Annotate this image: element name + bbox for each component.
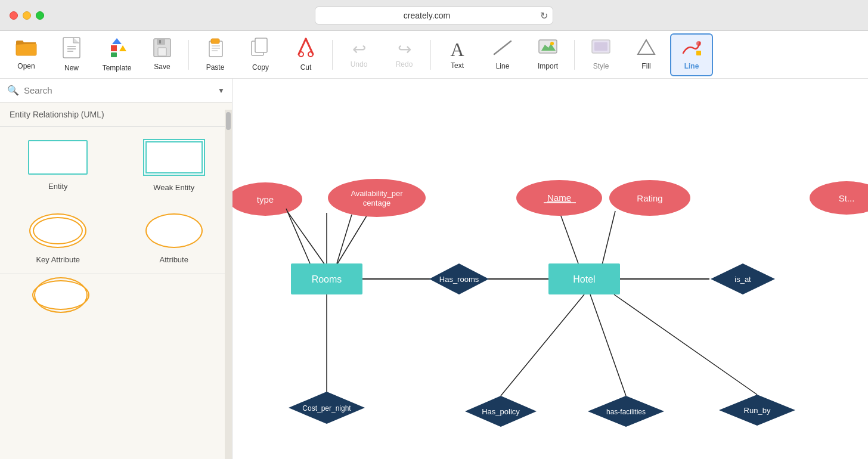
undo-icon: ↩ <box>352 41 366 58</box>
svg-line-39 <box>337 211 370 265</box>
svg-line-61 <box>286 209 310 263</box>
svg-line-38 <box>286 210 325 265</box>
svg-text:Name: Name <box>547 193 571 203</box>
import-button[interactable]: Import <box>526 33 569 76</box>
svg-text:Rooms: Rooms <box>312 274 342 284</box>
search-input[interactable] <box>24 85 213 95</box>
svg-rect-6 <box>111 45 117 51</box>
template-button[interactable]: Template <box>95 33 138 76</box>
svg-rect-0 <box>16 44 36 55</box>
svg-point-27 <box>550 42 554 45</box>
shape-grid: Entity Weak Entity Key Attribute <box>0 127 232 274</box>
template-label: Template <box>103 64 132 72</box>
svg-text:Has_rooms: Has_rooms <box>439 275 479 284</box>
svg-line-24 <box>494 41 511 54</box>
svg-line-45 <box>614 294 757 395</box>
style-button[interactable]: Style <box>579 33 622 76</box>
text-button[interactable]: A Text <box>436 33 479 76</box>
redo-button[interactable]: ↪ Redo <box>383 33 426 76</box>
category-label: Entity Relationship (UML) <box>0 103 232 127</box>
line-label: Line <box>496 62 510 70</box>
availability-attr <box>328 179 426 217</box>
paste-icon <box>206 38 225 61</box>
line-draw-icon <box>493 39 512 60</box>
key-attribute-shape <box>29 213 86 248</box>
line-active-button[interactable]: Line <box>670 33 713 76</box>
close-button[interactable] <box>10 11 18 20</box>
separator-1 <box>188 40 189 70</box>
save-icon <box>153 38 171 60</box>
cut-label: Cut <box>300 63 312 72</box>
line-button[interactable]: Line <box>481 33 524 76</box>
svg-line-44 <box>590 294 626 396</box>
svg-rect-32 <box>696 51 701 55</box>
weak-entity-label: Weak Entity <box>153 183 194 192</box>
key-attribute-shape-item[interactable]: Key Attribute <box>0 201 116 274</box>
svg-text:centage: centage <box>363 199 390 207</box>
diagram-svg: Rooms Hotel Has_rooms is_at Cost_per_nig… <box>232 79 868 459</box>
entity-label: Entity <box>48 182 68 191</box>
attribute-shape-item[interactable]: Attribute <box>116 201 232 274</box>
undo-button[interactable]: ↩ Undo <box>337 33 380 76</box>
entity-shape <box>28 140 88 175</box>
undo-label: Undo <box>351 60 368 69</box>
maximize-button[interactable] <box>36 11 44 20</box>
copy-icon <box>251 38 270 61</box>
svg-text:Rating: Rating <box>637 193 662 203</box>
text-icon: A <box>450 40 464 59</box>
attribute-label: Attribute <box>160 255 188 264</box>
redo-icon: ↪ <box>398 41 411 58</box>
svg-point-31 <box>696 41 701 46</box>
weak-entity-shape-item[interactable]: Weak Entity <box>116 127 232 201</box>
weak-entity-shape <box>143 139 205 176</box>
svg-text:Has_policy: Has_policy <box>482 407 520 416</box>
line-active-icon <box>682 39 701 60</box>
new-icon <box>63 37 80 61</box>
separator-4 <box>574 40 575 70</box>
import-label: Import <box>538 62 558 70</box>
scrollbar[interactable] <box>225 110 232 459</box>
save-label: Save <box>154 63 170 71</box>
multi-value-shape-item[interactable] <box>6 280 116 310</box>
separator-3 <box>430 40 431 70</box>
open-button[interactable]: Open <box>5 33 48 76</box>
style-icon <box>591 39 611 60</box>
copy-button[interactable]: Copy <box>239 33 282 76</box>
svg-text:is_at: is_at <box>734 275 751 284</box>
redo-label: Redo <box>396 60 413 69</box>
open-label: Open <box>17 62 35 70</box>
key-attribute-label: Key Attribute <box>36 255 80 264</box>
text-label: Text <box>451 61 464 70</box>
new-button[interactable]: New <box>50 33 93 76</box>
fill-icon <box>637 39 656 60</box>
svg-marker-7 <box>119 45 126 51</box>
multi-value-shape <box>32 280 89 310</box>
search-arrow-icon: ▼ <box>218 86 225 95</box>
cut-button[interactable]: Cut <box>284 33 327 76</box>
paste-button[interactable]: Paste <box>194 33 237 76</box>
svg-rect-1 <box>63 38 80 58</box>
svg-rect-12 <box>159 40 161 44</box>
svg-marker-5 <box>112 38 122 44</box>
refresh-icon[interactable]: ↻ <box>540 10 548 21</box>
svg-rect-14 <box>211 39 219 44</box>
svg-text:Run_by: Run_by <box>744 406 771 415</box>
cut-icon <box>296 38 315 61</box>
sidebar: 🔍 ▼ Entity Relationship (UML) Entity <box>0 79 232 459</box>
svg-line-41 <box>602 211 615 265</box>
svg-text:Availability_per: Availability_per <box>351 189 403 198</box>
url-bar[interactable]: creately.com ↻ <box>315 7 553 24</box>
entity-shape-item[interactable]: Entity <box>0 127 116 201</box>
paste-label: Paste <box>206 63 225 72</box>
save-button[interactable]: Save <box>141 33 184 76</box>
svg-line-43 <box>501 294 584 396</box>
fill-label: Fill <box>641 62 650 70</box>
import-icon <box>538 39 558 60</box>
toolbar: Open New Template Save Paste <box>0 31 868 79</box>
minimize-button[interactable] <box>23 11 31 20</box>
separator-2 <box>332 40 333 70</box>
canvas-area[interactable]: Rooms Hotel Has_rooms is_at Cost_per_nig… <box>232 79 868 459</box>
scroll-thumb <box>226 112 231 130</box>
fill-button[interactable]: Fill <box>625 33 668 76</box>
main-layout: 🔍 ▼ Entity Relationship (UML) Entity <box>0 79 868 459</box>
